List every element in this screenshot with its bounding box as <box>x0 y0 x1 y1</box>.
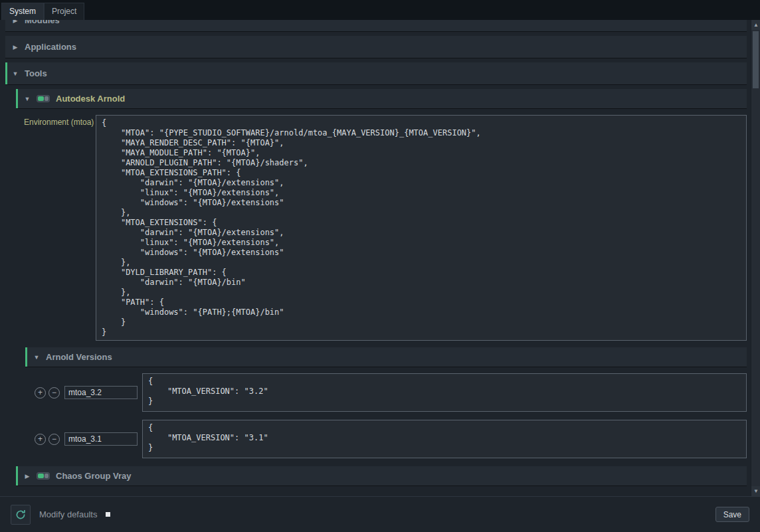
refresh-icon <box>15 509 27 521</box>
modify-defaults-checkbox[interactable] <box>106 512 110 517</box>
settings-window: System Project ▶ Modules ▶ Applications … <box>0 0 760 532</box>
vertical-scrollbar[interactable]: ▲ ▼ <box>751 20 760 496</box>
settings-scroll-area: ▶ Modules ▶ Applications ▼ Tools ▼ Autod… <box>0 20 760 496</box>
remove-item-button[interactable]: − <box>48 387 60 399</box>
section-label-tools: Tools <box>25 68 47 78</box>
section-header-tools[interactable]: ▼ Tools <box>5 62 747 84</box>
version-key-input[interactable] <box>64 386 138 399</box>
refresh-button[interactable] <box>11 505 31 525</box>
chevron-down-icon[interactable]: ▼ <box>33 354 40 361</box>
add-item-button[interactable]: + <box>35 434 46 445</box>
list-item-controls: + − <box>35 387 60 399</box>
chevron-right-icon[interactable]: ▶ <box>12 44 19 50</box>
list-item-controls: + − <box>35 434 60 445</box>
chevron-right-icon[interactable]: ▶ <box>24 473 31 480</box>
chevron-down-icon[interactable]: ▼ <box>12 70 19 77</box>
chevron-right-icon[interactable]: ▶ <box>12 20 19 24</box>
modify-defaults-label: Modify defaults <box>39 509 97 519</box>
section-label-applications: Applications <box>25 42 76 52</box>
section-label-chaos-group-vray: Chaos Group Vray <box>56 471 131 481</box>
version-value-textarea[interactable]: { "MTOA_VERSION": "3.2" } <box>142 373 747 412</box>
section-header-autodesk-arnold[interactable]: ▼ Autodesk Arnold <box>16 89 747 108</box>
section-header-modules[interactable]: ▶ Modules <box>5 20 747 31</box>
scrollbar-thumb[interactable] <box>753 31 759 88</box>
vray-enabled-toggle[interactable] <box>37 472 50 480</box>
settings-form: ▶ Modules ▶ Applications ▼ Tools ▼ Autod… <box>0 20 751 496</box>
section-label-arnold-versions: Arnold Versions <box>46 352 112 362</box>
chevron-down-icon[interactable]: ▼ <box>24 96 31 102</box>
scroll-up-arrow-icon[interactable]: ▲ <box>751 20 760 30</box>
list-item-version-0: + − { "MTOA_VERSION": "3.2" } <box>35 373 747 412</box>
arnold-enabled-toggle[interactable] <box>37 95 50 102</box>
remove-item-button[interactable]: − <box>48 434 60 445</box>
footer-bar: Modify defaults Save <box>0 496 760 532</box>
environment-mtoa-label: Environment (mtoa) <box>24 115 96 127</box>
environment-mtoa-textarea[interactable]: { "MTOA": "{PYPE_STUDIO_SOFTWARE}/arnold… <box>96 115 747 341</box>
section-label-modules: Modules <box>25 20 60 25</box>
section-label-autodesk-arnold: Autodesk Arnold <box>56 94 125 104</box>
tab-project[interactable]: Project <box>44 3 84 20</box>
add-item-button[interactable]: + <box>35 387 46 399</box>
version-value-textarea[interactable]: { "MTOA_VERSION": "3.1" } <box>142 420 747 458</box>
section-header-arnold-versions[interactable]: ▼ Arnold Versions <box>25 347 747 367</box>
environment-mtoa-row: Environment (mtoa) { "MTOA": "{PYPE_STUD… <box>24 115 747 341</box>
save-button[interactable]: Save <box>715 507 749 522</box>
main-tabbar: System Project <box>0 0 760 20</box>
version-key-input[interactable] <box>64 432 138 446</box>
tab-system[interactable]: System <box>1 3 44 20</box>
scroll-down-arrow-icon[interactable]: ▼ <box>751 486 760 496</box>
section-header-applications[interactable]: ▶ Applications <box>5 36 747 58</box>
list-item-version-1: + − { "MTOA_VERSION": "3.1" } <box>35 420 747 458</box>
section-header-chaos-group-vray[interactable]: ▶ Chaos Group Vray <box>16 466 747 486</box>
